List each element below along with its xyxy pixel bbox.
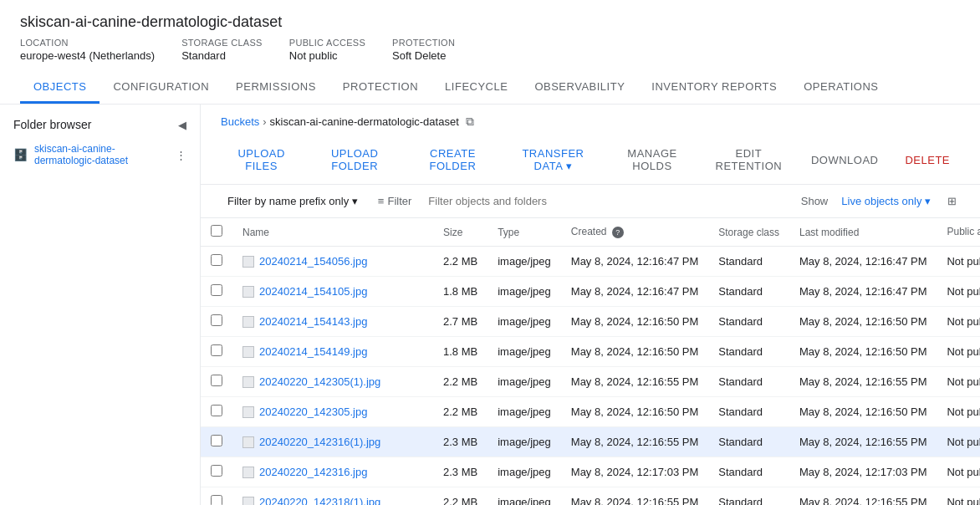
row-size-cell: 1.8 MB — [433, 277, 487, 307]
row-created-cell: May 8, 2024, 12:16:47 PM — [561, 247, 708, 277]
action-btn-upload-folder[interactable]: UPLOAD FOLDER — [309, 142, 401, 177]
row-checkbox[interactable] — [211, 465, 222, 477]
table-row: 20240220_142305.jpg 2.2 MB image/jpeg Ma… — [201, 397, 980, 427]
file-link[interactable]: 20240220_142305(1).jpg — [259, 375, 380, 388]
file-table: NameSizeTypeCreated ?Storage classLast m… — [201, 218, 980, 505]
row-checkbox[interactable] — [211, 344, 222, 356]
table-body: 20240214_154056.jpg 2.2 MB image/jpeg Ma… — [201, 247, 980, 506]
action-btn-download[interactable]: DOWNLOAD — [801, 149, 889, 171]
tab-permissions[interactable]: PERMISSIONS — [222, 72, 329, 104]
action-btn-create-folder[interactable]: CREATE FOLDER — [407, 142, 498, 177]
file-icon — [242, 497, 254, 505]
row-checkbox[interactable] — [211, 254, 222, 266]
action-btn-transfer-data--[interactable]: TRANSFER DATA ▾ — [505, 142, 601, 177]
action-btn-manage-holds[interactable]: MANAGE HOLDS — [608, 142, 697, 177]
sidebar-bucket-item[interactable]: 🗄️ skiscan-ai-canine-dermatologic-datase… — [0, 138, 200, 171]
file-link[interactable]: 20240220_142316(1).jpg — [259, 436, 380, 448]
filter-input[interactable] — [425, 191, 794, 211]
action-btn-upload-files[interactable]: UPLOAD FILES — [221, 142, 302, 177]
row-checkbox-cell — [201, 367, 232, 397]
row-created-cell: May 8, 2024, 12:16:55 PM — [561, 367, 708, 397]
row-checkbox[interactable] — [211, 495, 222, 505]
row-size-cell: 2.2 MB — [433, 247, 487, 277]
row-name-cell: 20240214_154149.jpg — [232, 337, 433, 367]
table-row: 20240220_142316.jpg 2.3 MB image/jpeg Ma… — [201, 457, 980, 487]
row-modified-cell: May 8, 2024, 12:16:47 PM — [789, 277, 937, 307]
file-link[interactable]: 20240220_142318(1).jpg — [259, 496, 380, 505]
row-access-cell: Not public — [937, 247, 980, 277]
file-link[interactable]: 20240214_154149.jpg — [259, 345, 367, 358]
select-all-header — [201, 218, 232, 247]
col-header-public-access: Public access ? — [937, 218, 980, 247]
sidebar-header: Folder browser ◀ — [0, 115, 200, 138]
row-checkbox-cell — [201, 247, 232, 277]
action-btn-edit-retention[interactable]: EDIT RETENTION — [703, 142, 794, 177]
row-modified-cell: May 8, 2024, 12:16:55 PM — [789, 487, 937, 506]
file-icon — [242, 286, 254, 298]
row-name-cell: 20240214_154105.jpg — [232, 277, 433, 307]
sidebar-item-label: skiscan-ai-canine-dermatologic-dataset — [34, 143, 169, 166]
row-checkbox[interactable] — [211, 375, 222, 386]
meta-row: Locationeurope-west4 (Netherlands)Storag… — [20, 38, 960, 62]
bucket-icon: 🗄️ — [13, 148, 28, 161]
filter-button[interactable]: ≡ Filter — [371, 191, 418, 211]
file-link[interactable]: 20240214_154143.jpg — [259, 315, 367, 328]
row-created-cell: May 8, 2024, 12:16:50 PM — [561, 397, 708, 427]
table-header: NameSizeTypeCreated ?Storage classLast m… — [201, 218, 980, 247]
row-created-cell: May 8, 2024, 12:16:55 PM — [561, 427, 708, 457]
row-checkbox[interactable] — [211, 284, 222, 296]
info-icon[interactable]: ? — [612, 227, 624, 238]
row-checkbox[interactable] — [211, 405, 222, 416]
breadcrumb-copy-btn[interactable]: ⧉ — [466, 115, 474, 129]
tabs-bar: OBJECTSCONFIGURATIONPERMISSIONSPROTECTIO… — [20, 72, 960, 104]
filter-prefix-select[interactable]: Filter by name prefix only ▾ — [221, 191, 365, 211]
select-all-checkbox[interactable] — [211, 225, 222, 237]
breadcrumb-buckets-link[interactable]: Buckets — [221, 115, 259, 128]
file-icon — [242, 346, 254, 358]
row-checkbox[interactable] — [211, 314, 222, 326]
tab-inventory-reports[interactable]: INVENTORY REPORTS — [638, 72, 790, 104]
live-objects-btn[interactable]: Live objects only ▾ — [835, 191, 937, 211]
columns-toggle-btn[interactable]: ⊞ — [944, 191, 960, 211]
meta-label: Storage class — [181, 38, 263, 48]
tab-configuration[interactable]: CONFIGURATION — [100, 72, 222, 104]
file-table-container: NameSizeTypeCreated ?Storage classLast m… — [201, 218, 980, 505]
meta-item-protection: ProtectionSoft Delete — [392, 38, 455, 62]
row-name-cell: 20240220_142305(1).jpg — [232, 367, 433, 397]
action-btn-delete[interactable]: DELETE — [895, 149, 960, 171]
row-type-cell: image/jpeg — [487, 487, 561, 506]
row-size-cell: 2.3 MB — [433, 457, 487, 487]
row-storage-cell: Standard — [708, 457, 789, 487]
file-link[interactable]: 20240214_154105.jpg — [259, 285, 367, 298]
row-checkbox-cell — [201, 307, 232, 337]
row-checkbox-cell — [201, 337, 232, 367]
col-header-storage-class: Storage class — [708, 218, 789, 247]
tab-operations[interactable]: OPERATIONS — [790, 72, 891, 104]
row-storage-cell: Standard — [708, 397, 789, 427]
file-link[interactable]: 20240214_154056.jpg — [259, 255, 367, 268]
table-row: 20240214_154149.jpg 1.8 MB image/jpeg Ma… — [201, 337, 980, 367]
col-header-size: Size — [433, 218, 487, 247]
row-checkbox[interactable] — [211, 435, 222, 446]
sidebar-item-menu-btn[interactable]: ⋮ — [176, 149, 186, 161]
breadcrumb: Buckets › skiscan-ai-canine-dermatologic… — [201, 105, 980, 135]
tab-protection[interactable]: PROTECTION — [329, 72, 431, 104]
file-icon — [242, 467, 254, 478]
file-link[interactable]: 20240220_142305.jpg — [259, 406, 367, 418]
row-size-cell: 1.8 MB — [433, 337, 487, 367]
tab-objects[interactable]: OBJECTS — [20, 72, 100, 104]
row-name-cell: 20240214_154056.jpg — [232, 247, 433, 277]
row-access-cell: Not public — [937, 277, 980, 307]
sidebar-collapse-btn[interactable]: ◀ — [178, 119, 186, 131]
table-row: 20240214_154143.jpg 2.7 MB image/jpeg Ma… — [201, 307, 980, 337]
row-checkbox-cell — [201, 397, 232, 427]
meta-label: Public access — [289, 38, 365, 48]
file-link[interactable]: 20240220_142316.jpg — [259, 466, 367, 478]
tab-observability[interactable]: OBSERVABILITY — [521, 72, 638, 104]
row-type-cell: image/jpeg — [487, 427, 561, 457]
page-header: skiscan-ai-canine-dermatologic-dataset L… — [0, 0, 980, 105]
tab-lifecycle[interactable]: LIFECYCLE — [431, 72, 521, 104]
meta-item-public-access: Public accessNot public — [289, 38, 365, 62]
meta-value: Not public — [289, 49, 365, 62]
row-size-cell: 2.7 MB — [433, 307, 487, 337]
